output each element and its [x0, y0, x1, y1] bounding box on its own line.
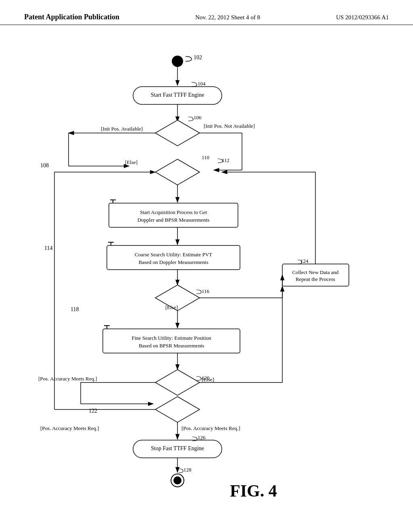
ref-108: 108 [40, 162, 49, 168]
label-collect-1: Collect New Data and [292, 269, 339, 275]
header-right: US 2012/0293366 A1 [336, 14, 389, 21]
ref-114: 114 [44, 245, 52, 251]
label-fine-2: Based on BPSR Measurements [139, 343, 204, 349]
header-left: Patent Application Publication [24, 13, 119, 21]
label-acquisition-2: Doppler and BPSR Measurements [138, 217, 210, 223]
ref-106: 106 [194, 114, 202, 121]
label-coarse-1: Coarse Search Utility: Estimate PVT [135, 251, 212, 258]
ref-128: 128 [184, 467, 192, 473]
label-else-108: [Else] [125, 159, 138, 165]
label-init-pos-avail: [Init Pos. Available] [101, 126, 143, 132]
label-else-116: [Else] [165, 304, 178, 310]
ref-118: 118 [71, 306, 79, 312]
page-header: Patent Application Publication Nov. 22, … [0, 0, 413, 25]
ref-122: 122 [89, 408, 97, 414]
label-pos-acc-left: [Pos. Accuracy Meets Req.] [38, 376, 97, 382]
label-102: 102 [194, 54, 202, 60]
header-center: Nov. 22, 2012 Sheet 4 of 8 [195, 14, 260, 21]
node-106 [155, 120, 200, 146]
label-pos-acc-bottom-left: [Pos. Accuracy Meets Req.] [40, 425, 99, 431]
label-stop: Stop Fast TTFF Engine [151, 445, 204, 451]
node-acquisition [109, 203, 238, 227]
label-else-120: [Else] [202, 376, 214, 382]
node-110 [155, 159, 200, 185]
diagram-area: 102 Start Fast TTFF Engine 104 106 [Init… [0, 29, 413, 505]
ref-110: 110 [202, 154, 209, 160]
label-init-pos-not-avail: [Init Pos. Not Available] [204, 123, 255, 129]
label-start-ttff: Start Fast TTFF Engine [151, 92, 204, 98]
start-circle [172, 56, 183, 67]
ref-126: 126 [198, 434, 206, 441]
fig-label: FIG. 4 [230, 482, 277, 500]
ref-112: 112 [222, 157, 229, 163]
label-fine-1: Fine Search Utility: Estimate Position [131, 335, 211, 341]
node-fine [103, 329, 240, 353]
node-120 [155, 370, 200, 395]
node-122 [155, 397, 200, 422]
label-collect-2: Repeat the Process [296, 276, 335, 282]
label-coarse-2: Based on Doppler Measurements [139, 259, 209, 265]
ref-116: 116 [202, 288, 210, 294]
end-circle-inner [173, 476, 181, 484]
label-acquisition-1: Start Acquisition Process to Get [140, 209, 207, 215]
label-pos-acc-bottom-right: [Pos. Accuracy Meets Req.] [181, 425, 240, 431]
node-coarse [107, 245, 240, 270]
ref-104: 104 [198, 81, 206, 87]
